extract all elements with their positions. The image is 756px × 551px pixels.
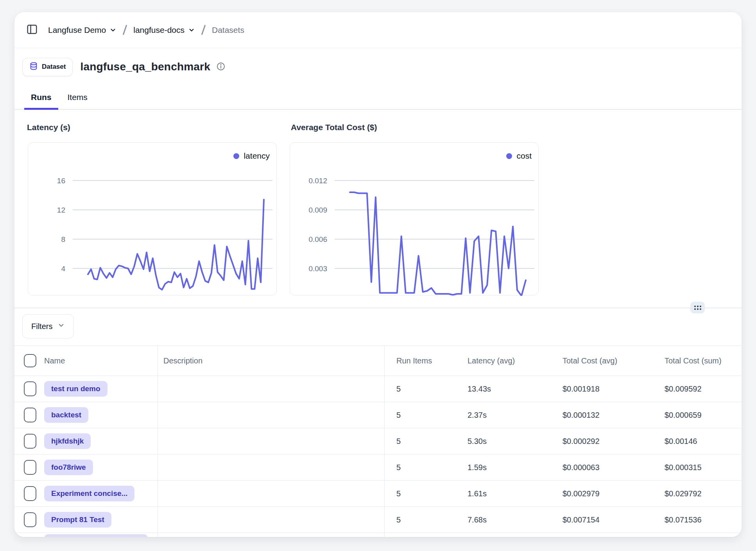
sidebar-toggle-button[interactable] xyxy=(26,23,38,36)
tab-runs[interactable]: Runs xyxy=(24,93,58,109)
tab-items[interactable]: Items xyxy=(61,93,94,109)
column-header-name[interactable]: Name xyxy=(44,356,65,365)
breadcrumb-separator xyxy=(123,25,127,35)
table-row: hjkfdshjk 5 5.30s $0.000292 $0.00146 xyxy=(14,428,742,454)
row-checkbox[interactable] xyxy=(24,512,36,527)
grip-dots-icon xyxy=(694,306,701,310)
cost-chart: 0.0120.0090.0060.003 cost xyxy=(290,142,539,295)
legend-dot-icon xyxy=(506,153,512,159)
cost-chart-title: Average Total Cost ($) xyxy=(291,123,377,132)
page-title: langfuse_qa_benchmark xyxy=(80,61,210,73)
latency-avg-cell: 2.37s xyxy=(456,402,551,428)
svg-text:0.009: 0.009 xyxy=(308,206,327,214)
total-cost-sum-cell: $0.00146 xyxy=(653,428,742,454)
tab-bar: Runs Items xyxy=(14,86,742,110)
latency-legend: latency xyxy=(233,151,270,161)
total-cost-avg-cell: $0.001918 xyxy=(551,376,653,402)
total-cost-sum-cell: $0.000659 xyxy=(653,402,742,428)
column-header-total-cost-sum[interactable]: Total Cost (sum) xyxy=(665,356,722,365)
run-items-cell: 5 xyxy=(385,428,456,454)
column-header-run-items[interactable]: Run Items xyxy=(396,356,432,365)
page-header: Dataset langfuse_qa_benchmark xyxy=(22,57,226,77)
latency-avg-cell: 5.30s xyxy=(456,428,551,454)
row-checkbox[interactable] xyxy=(24,381,36,396)
filters-button[interactable]: Filters xyxy=(22,314,74,338)
latency-avg-cell: 1.59s xyxy=(456,454,551,480)
description-cell xyxy=(158,428,385,454)
svg-text:12: 12 xyxy=(57,206,65,214)
dataset-badge: Dataset xyxy=(22,58,73,76)
filters-button-label: Filters xyxy=(31,322,52,331)
table-row-partial xyxy=(14,533,742,537)
table-row: test run demo 5 13.43s $0.001918 $0.0095… xyxy=(14,376,742,402)
row-checkbox[interactable] xyxy=(24,486,36,501)
total-cost-sum-cell: $0.009592 xyxy=(653,376,742,402)
breadcrumb-separator xyxy=(201,25,206,35)
column-header-description[interactable]: Description xyxy=(163,356,202,365)
latency-avg-cell: 13.43s xyxy=(456,376,551,402)
description-cell xyxy=(158,533,385,537)
run-items-cell: 5 xyxy=(385,507,456,533)
legend-label: latency xyxy=(244,151,270,161)
cost-line-chart-svg: 0.0120.0090.0060.003 xyxy=(290,143,539,296)
chevron-down-icon xyxy=(57,322,65,331)
table-row: backtest 5 2.37s $0.000132 $0.000659 xyxy=(14,402,742,428)
run-items-cell: 5 xyxy=(385,402,456,428)
legend-label: cost xyxy=(516,151,532,161)
table-row: Prompt 81 Test 5 7.68s $0.007154 $0.0715… xyxy=(14,507,742,533)
svg-text:0.003: 0.003 xyxy=(308,265,327,273)
run-items-cell: 5 xyxy=(385,376,456,402)
section-resize-handle[interactable] xyxy=(690,302,705,313)
description-cell xyxy=(158,481,385,506)
breadcrumb-org[interactable]: Langfuse Demo xyxy=(48,25,106,35)
info-button[interactable] xyxy=(216,62,226,72)
runs-table: Name Description Run Items Latency (avg)… xyxy=(14,345,742,537)
breadcrumb: Langfuse Demo langfuse-docs Datasets xyxy=(14,12,742,48)
run-name-link[interactable] xyxy=(44,534,148,537)
run-items-cell: 5 xyxy=(385,481,456,506)
row-checkbox[interactable] xyxy=(24,460,36,475)
total-cost-sum-cell: $0.000315 xyxy=(653,454,742,480)
breadcrumb-page[interactable]: Datasets xyxy=(212,25,244,35)
description-cell xyxy=(158,376,385,402)
panel-left-icon xyxy=(26,23,38,36)
latency-line-chart-svg: 161284 xyxy=(28,143,277,296)
column-header-total-cost-avg[interactable]: Total Cost (avg) xyxy=(563,356,617,365)
run-name-link[interactable]: Prompt 81 Test xyxy=(44,512,111,528)
latency-chart-title: Latency (s) xyxy=(27,123,70,132)
section-divider xyxy=(14,308,742,308)
breadcrumb-project[interactable]: langfuse-docs xyxy=(133,25,185,35)
description-cell xyxy=(158,507,385,533)
description-cell xyxy=(158,454,385,480)
svg-text:4: 4 xyxy=(61,265,65,273)
total-cost-avg-cell: $0.000063 xyxy=(551,454,653,480)
select-all-checkbox[interactable] xyxy=(24,354,36,367)
description-cell xyxy=(158,402,385,428)
table-row: foo78riwe 5 1.59s $0.000063 $0.000315 xyxy=(14,454,742,481)
run-name-link[interactable]: Experiment concise... xyxy=(44,486,134,501)
chevron-down-icon[interactable] xyxy=(188,27,195,34)
svg-text:16: 16 xyxy=(57,177,65,185)
svg-text:0.012: 0.012 xyxy=(308,177,327,185)
total-cost-sum-cell: $0.029792 xyxy=(653,481,742,506)
column-header-latency-avg[interactable]: Latency (avg) xyxy=(468,356,515,365)
total-cost-avg-cell: $0.002979 xyxy=(551,481,653,506)
latency-avg-cell: 7.68s xyxy=(456,507,551,533)
svg-text:8: 8 xyxy=(61,235,65,243)
run-items-cell: 5 xyxy=(385,454,456,480)
total-cost-avg-cell: $0.000292 xyxy=(551,428,653,454)
run-name-link[interactable]: backtest xyxy=(44,407,88,423)
latency-avg-cell: 1.61s xyxy=(456,481,551,506)
chevron-down-icon[interactable] xyxy=(109,27,116,34)
legend-dot-icon xyxy=(233,153,239,159)
run-name-link[interactable]: foo78riwe xyxy=(44,460,93,475)
run-name-link[interactable]: hjkfdshjk xyxy=(44,433,91,449)
total-cost-sum-cell: $0.071536 xyxy=(653,507,742,533)
run-name-link[interactable]: test run demo xyxy=(44,381,107,397)
database-icon xyxy=(29,62,38,72)
svg-text:0.006: 0.006 xyxy=(308,235,327,243)
dataset-badge-label: Dataset xyxy=(42,63,66,71)
info-icon xyxy=(216,62,226,72)
row-checkbox[interactable] xyxy=(24,434,36,449)
row-checkbox[interactable] xyxy=(24,408,36,422)
